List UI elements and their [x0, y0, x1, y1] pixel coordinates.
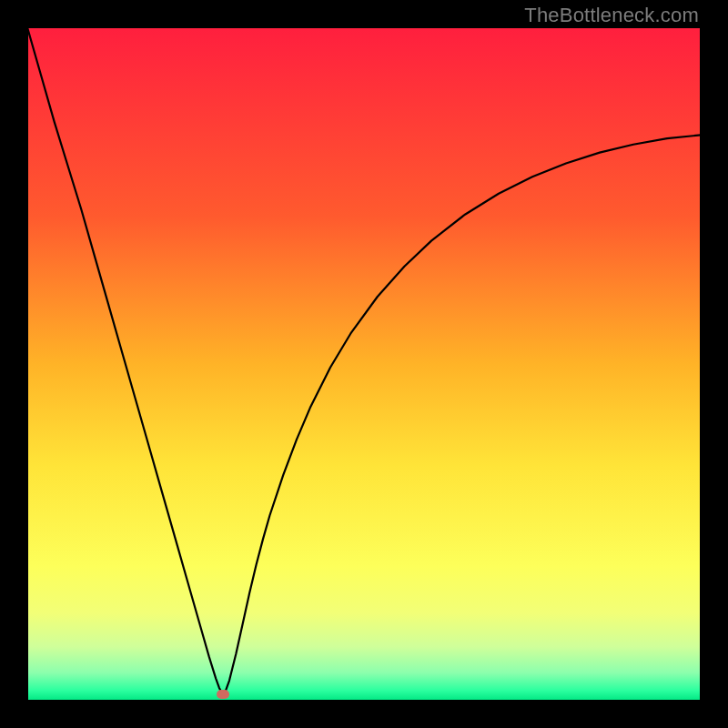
plot-gradient-area [27, 27, 701, 701]
watermark-text: TheBottleneck.com [524, 4, 699, 27]
chart-frame: TheBottleneck.com [0, 0, 728, 728]
plot-border-bottom [27, 700, 701, 702]
minimum-marker [217, 690, 229, 699]
plot-border-right [700, 27, 702, 701]
plot-border-left [26, 27, 28, 701]
